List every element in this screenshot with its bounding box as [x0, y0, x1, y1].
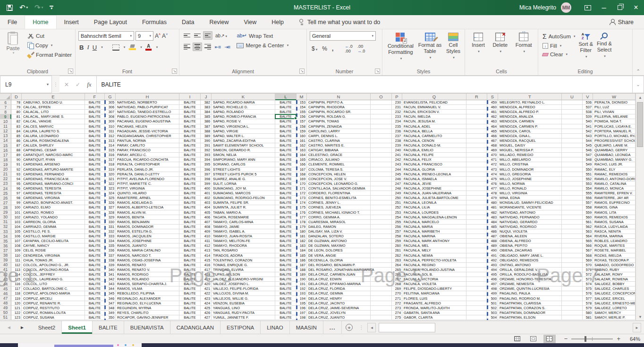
cell-K13[interactable]: SAPAD, WALTER L.: [212, 134, 275, 139]
cell-T45[interactable]: ORZAME, QUINTIN-LUCRESIA: [498, 286, 562, 291]
cell-G26[interactable]: 325: [105, 196, 116, 200]
cell-L23[interactable]: BALITE: [275, 182, 297, 186]
cell-P21[interactable]: 245: [392, 172, 402, 177]
cell-S18[interactable]: 471: [487, 157, 498, 162]
cell-U21[interactable]: [562, 172, 583, 177]
cell-W18[interactable]: QUIAMBAO, MANNY G.: [593, 157, 636, 162]
vertical-scrollbar[interactable]: ▲ ▼: [636, 94, 644, 321]
cell-N8[interactable]: CAPINPIN, ROCARDO SR.: [307, 110, 371, 114]
cell-G11[interactable]: 310: [105, 124, 116, 129]
sheet-tab-balite[interactable]: BALITE: [93, 321, 124, 334]
cell-T49[interactable]: PAGATPATAN, CORAZON S.: [498, 306, 562, 311]
cell-O11[interactable]: [371, 124, 392, 129]
cell-T35[interactable]: OBIENA, ALFREDO: [498, 239, 562, 243]
column-header-H[interactable]: H: [116, 94, 179, 100]
cell-F46[interactable]: BALITE: [85, 291, 105, 296]
comma-style-button[interactable]: ,: [332, 45, 333, 52]
cell-H44[interactable]: RAMOS, SERAPIO-CHARITA J.: [116, 282, 179, 286]
cell-G47[interactable]: 346: [105, 296, 116, 301]
sort-filter-button[interactable]: AZ Sort & Filter▾: [576, 31, 595, 67]
cell-Q43[interactable]: FACUNLA, VICTORIA: [402, 277, 466, 282]
cell-K41[interactable]: TRINIDAD, ELVIRA: [212, 268, 275, 272]
zoom-level[interactable]: 64%: [624, 336, 640, 342]
cell-G49[interactable]: 348: [105, 306, 116, 311]
cell-Q20[interactable]: FACUNLA, GLORIA: [402, 167, 466, 172]
cell-S23[interactable]: 476: [487, 182, 498, 186]
cell-U42[interactable]: [562, 272, 583, 277]
row-header-35[interactable]: 35: [0, 239, 11, 243]
cell-Q27[interactable]: FACUNLA, LEONILA: [402, 200, 466, 205]
cell-J21[interactable]: 397: [201, 172, 212, 177]
cell-V21[interactable]: 551: [583, 172, 593, 177]
cell-R49[interactable]: [466, 306, 487, 311]
cell-E11[interactable]: CALCES, MARIVIC: [22, 124, 85, 129]
column-header-E[interactable]: E: [22, 94, 85, 100]
row-header-48[interactable]: 48: [0, 301, 11, 306]
increase-font-button[interactable]: A˄: [155, 33, 161, 39]
cell-N44[interactable]: DELA CRUZ, EPIFANIO-MARINA: [307, 282, 371, 286]
cell-D11[interactable]: 83: [11, 124, 22, 129]
cell-S39[interactable]: 492: [487, 258, 498, 263]
row-header-18[interactable]: 18: [0, 157, 11, 162]
cell-N32[interactable]: DAILEG, RAMON: [307, 225, 371, 229]
cell-O30[interactable]: [371, 215, 392, 220]
ribbon-tab-tell-me-what-you-want-to-do[interactable]: Tell me what you want to do: [291, 15, 388, 29]
find-select-button[interactable]: Find & Select▾: [595, 31, 614, 67]
cell-I34[interactable]: BALITE: [179, 234, 201, 239]
cell-R37[interactable]: [466, 248, 487, 253]
row-header-43[interactable]: 43: [0, 277, 11, 282]
cell-Q50[interactable]: GABATIN, SANTA ANA: [402, 311, 466, 315]
cell-J7[interactable]: 383: [201, 105, 212, 110]
cell-N33[interactable]: DALISAY, MA. LIZA V.: [307, 229, 371, 234]
cell-K12[interactable]: SAPAD, VIRGIE: [212, 129, 275, 134]
ribbon-tab-help[interactable]: Help: [264, 15, 291, 29]
cell-I12[interactable]: BALITE: [179, 129, 201, 134]
cell-I32[interactable]: BALITE: [179, 225, 201, 229]
cell-P25[interactable]: 249: [392, 191, 402, 196]
cell-H41[interactable]: RAMOS, RENATO V.: [116, 268, 179, 272]
cell-I50[interactable]: BALITE: [179, 311, 201, 315]
cell-K44[interactable]: VALDEZ, JOSEFINO L.: [212, 282, 275, 286]
cell-U33[interactable]: [562, 229, 583, 234]
cell-I49[interactable]: BALITE: [179, 306, 201, 311]
cell-V45[interactable]: 575: [583, 286, 593, 291]
cell-F11[interactable]: BALITE: [85, 124, 105, 129]
cell-L35[interactable]: BALITE: [275, 239, 297, 243]
zoom-slider-thumb[interactable]: [585, 336, 586, 342]
cell-F27[interactable]: BALITE: [85, 200, 105, 205]
cell-W13[interactable]: PORTILLO, MICHAEL RYAN: [593, 134, 636, 139]
cell-G20[interactable]: 319: [105, 167, 116, 172]
row-header-6[interactable]: 6: [0, 100, 11, 105]
cell-H37[interactable]: RAMOS, MARIA CATALINO: [116, 248, 179, 253]
cell-D9[interactable]: 81: [11, 114, 22, 119]
cell-E46[interactable]: CORPUZ, APOLONIO-MARIA: [22, 291, 85, 296]
cell-F26[interactable]: BALITE: [85, 196, 105, 200]
cell-J48[interactable]: 424: [201, 301, 212, 306]
sheet-tab-linao[interactable]: LINAO: [261, 321, 290, 334]
cell-Q38[interactable]: FACUNLA, NEMIA: [402, 253, 466, 258]
cell-G37[interactable]: 336: [105, 248, 116, 253]
cell-J9[interactable]: 385: [201, 114, 212, 119]
cell-S24[interactable]: 477: [487, 186, 498, 191]
cell-Q12[interactable]: FACUNLA, BELLA: [402, 129, 466, 134]
underline-caret[interactable]: ▾: [101, 45, 103, 49]
cell-Q30[interactable]: FACUNLA, MAGDALENA-LENON: [402, 215, 466, 220]
cell-S44[interactable]: 497: [487, 282, 498, 286]
cell-V51[interactable]: 581: [583, 315, 593, 320]
cell-M33[interactable]: 180: [297, 229, 307, 234]
cell-K7[interactable]: SAPAD, RICHELLE D.: [212, 105, 275, 110]
cell-F44[interactable]: BALITE: [85, 282, 105, 286]
cell-I22[interactable]: BALITE: [179, 177, 201, 182]
cell-G15[interactable]: 314: [105, 143, 116, 148]
save-button[interactable]: [7, 5, 13, 11]
cell-W45[interactable]: SALUDEZ, CHARLES: [593, 286, 636, 291]
cell-V29[interactable]: 559: [583, 210, 593, 215]
cell-E13[interactable]: CALURA, LEONARDO: [22, 134, 85, 139]
row-header-50[interactable]: 50: [0, 311, 11, 315]
cell-P22[interactable]: 246: [392, 177, 402, 182]
cell-U43[interactable]: [562, 277, 583, 282]
cell-R17[interactable]: [466, 153, 487, 157]
cell-M17[interactable]: 164: [297, 153, 307, 157]
cell-R45[interactable]: [466, 286, 487, 291]
row-header-10[interactable]: 10: [0, 119, 11, 124]
